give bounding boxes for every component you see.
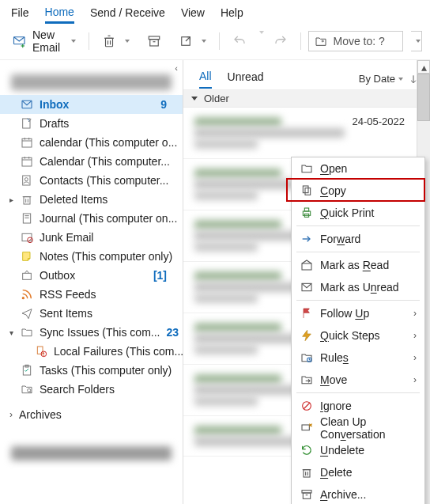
new-email-button[interactable]: New Email (8, 25, 81, 57)
journal-icon (21, 212, 33, 225)
ctx-mark-read[interactable]: Mark as Read (292, 254, 424, 276)
svg-rect-46 (303, 186, 308, 193)
toolbar-separator (219, 32, 220, 50)
folder-calendar-lower[interactable]: calendar (This computer o... (0, 133, 183, 152)
ctx-forward[interactable]: Forward (292, 228, 424, 250)
ctx-move[interactable]: Move › (292, 369, 424, 391)
menu-separator (296, 252, 420, 252)
account-archives[interactable]: › Archives (0, 399, 183, 430)
folder-local-failures[interactable]: Local Failures (This com... (0, 342, 183, 361)
menu-home[interactable]: Home (45, 6, 74, 24)
menu-help[interactable]: Help (221, 6, 243, 22)
ctx-archive[interactable]: Archive... (292, 483, 424, 504)
ctx-open[interactable]: Open (292, 157, 424, 180)
folder-contacts[interactable]: Contacts (This computer... (0, 171, 183, 190)
svg-rect-48 (303, 211, 310, 215)
delete-dropdown-icon[interactable] (125, 40, 130, 43)
redo-button[interactable] (269, 31, 292, 51)
ctx-mark-unread[interactable]: Mark as Unread (292, 276, 424, 298)
message-item[interactable]: 24-05-2022 (183, 108, 416, 159)
folder-tasks[interactable]: Tasks (This computer only) (0, 361, 183, 380)
svg-rect-3 (106, 38, 113, 47)
folder-sync-issues[interactable]: ▾ Sync Issues (This com... 23 (0, 323, 183, 342)
folder-outbox[interactable]: Outbox [1] (0, 266, 183, 285)
ctx-label: Archive... (320, 488, 366, 501)
ctx-quick-steps[interactable]: Quick Steps › (292, 324, 424, 347)
ctx-rules[interactable]: Rules › (292, 347, 424, 369)
sent-icon (21, 307, 33, 320)
mail-open-icon (300, 258, 314, 272)
undo-button[interactable] (228, 31, 251, 51)
group-header-older[interactable]: Older (183, 90, 430, 108)
menu-file[interactable]: File (11, 6, 29, 22)
folder-calendar-upper[interactable]: Calendar (This computer... (0, 152, 183, 171)
menu-separator (296, 225, 420, 226)
svg-rect-23 (23, 176, 30, 185)
delete-button[interactable] (97, 31, 134, 51)
undo-dropdown-icon[interactable] (259, 31, 264, 51)
chevron-right-icon[interactable]: ▸ (6, 195, 16, 204)
svg-point-24 (25, 178, 28, 181)
ctx-label: Quick Print (320, 207, 374, 219)
folder-inbox[interactable]: Inbox 9 (0, 95, 183, 114)
menu-view[interactable]: View (181, 6, 205, 22)
ctx-follow-up[interactable]: Follow Up › (292, 302, 424, 324)
folder-drafts[interactable]: Drafts (0, 114, 183, 133)
toolbar-separator (300, 32, 301, 50)
svg-rect-49 (304, 208, 308, 211)
move-to-selector[interactable]: Move to: ? (308, 31, 403, 51)
folder-count: [1] (153, 269, 167, 282)
svg-rect-35 (23, 273, 32, 279)
scroll-thumb[interactable] (417, 74, 430, 121)
menu-send-receive[interactable]: Send / Receive (90, 6, 165, 22)
chevron-down-icon[interactable]: ▾ (6, 328, 16, 337)
message-date: 24-05-2022 (353, 116, 405, 127)
folder-junk[interactable]: Junk Email (0, 228, 183, 247)
ctx-undelete[interactable]: Undelete (292, 439, 424, 461)
move-to-dropdown[interactable] (411, 31, 422, 51)
ctx-quick-print[interactable]: Quick Print (292, 202, 424, 224)
folder-journal[interactable]: Journal (This computer on... (0, 209, 183, 228)
svg-rect-25 (24, 197, 30, 204)
chevron-down-icon (398, 78, 403, 81)
tab-all[interactable]: All (199, 70, 212, 89)
submenu-icon: › (413, 308, 417, 319)
popout-dropdown-icon[interactable] (202, 40, 206, 43)
sort-by-date[interactable]: By Date (359, 73, 419, 85)
folder-label: Drafts (40, 117, 69, 130)
junk-icon (21, 231, 33, 244)
ctx-copy[interactable]: Copy (292, 180, 424, 202)
chevron-down-icon (191, 97, 198, 100)
ctx-cleanup[interactable]: Clean Up Conversation (292, 417, 424, 439)
scroll-up-icon[interactable]: ▴ (417, 60, 430, 74)
folder-label: calendar (This computer o... (40, 136, 177, 149)
archive-button[interactable] (142, 31, 166, 51)
sync-icon (21, 326, 33, 339)
folder-label: Local Failures (This com... (54, 345, 183, 358)
ctx-delete[interactable]: Delete (292, 461, 424, 483)
folder-notes[interactable]: Notes (This computer only) (0, 247, 183, 266)
folder-rss[interactable]: RSS Feeds (0, 285, 183, 304)
popout-button[interactable] (174, 31, 211, 51)
collapse-nav-icon[interactable]: ‹ (175, 63, 178, 73)
menu-separator (296, 392, 420, 393)
svg-rect-15 (22, 138, 32, 147)
svg-rect-29 (23, 214, 30, 223)
menubar: File Home Send / Receive View Help (0, 0, 430, 25)
ctx-label: Quick Steps (320, 329, 379, 342)
svg-line-12 (186, 36, 190, 40)
ctx-ignore[interactable]: Ignore (292, 395, 424, 417)
folder-label: Journal (This computer on... (40, 212, 177, 225)
folder-search-folders[interactable]: Search Folders (0, 380, 183, 399)
folder-sent[interactable]: Sent Items (0, 304, 183, 323)
archive-icon (300, 487, 314, 502)
folder-label: Search Folders (40, 383, 115, 396)
submenu-icon: › (413, 352, 417, 363)
folder-label: Outbox (40, 269, 75, 282)
tab-unread[interactable]: Unread (228, 70, 264, 88)
folder-deleted-items[interactable]: ▸ Deleted Items (0, 190, 183, 209)
svg-rect-47 (305, 188, 311, 195)
new-email-dropdown-icon[interactable] (71, 40, 76, 43)
tasks-icon (21, 364, 33, 377)
folder-list: Inbox 9 Drafts calendar (This computer o… (0, 95, 183, 399)
